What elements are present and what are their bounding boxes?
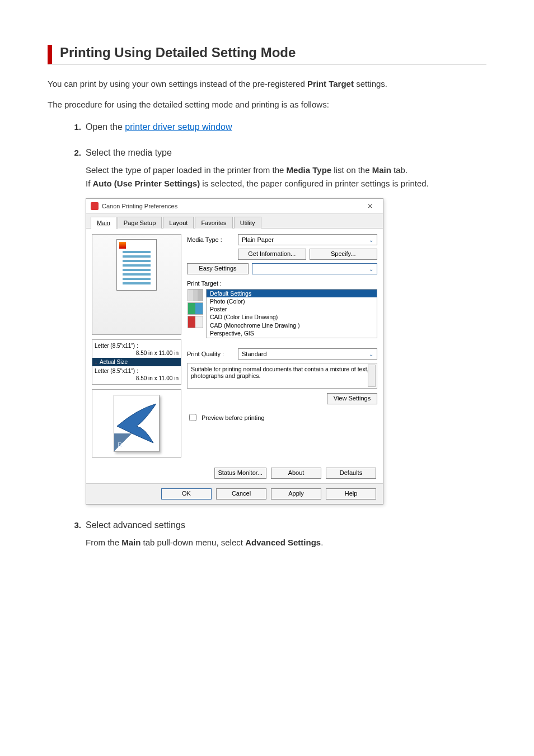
- dialog-titlebar: Canon Printing Preferences ×: [86, 199, 383, 214]
- step-title: Select advanced settings: [86, 520, 185, 530]
- ok-button[interactable]: OK: [161, 488, 212, 500]
- app-icon: [91, 202, 99, 210]
- list-item[interactable]: CAD (Color Line Drawing): [207, 313, 377, 321]
- about-button[interactable]: About: [271, 468, 321, 479]
- page-preview: [92, 234, 181, 335]
- text-bold: Media Type: [287, 165, 332, 175]
- mode-select[interactable]: ⌄: [252, 263, 377, 274]
- text: You can print by using your own settings…: [48, 79, 307, 88]
- apply-button[interactable]: Apply: [271, 488, 321, 500]
- media-type-select[interactable]: Plain Paper ⌄: [238, 234, 377, 245]
- step-number: 3.: [70, 520, 81, 530]
- text: Select the type of paper loaded in the p…: [86, 165, 287, 175]
- list-item[interactable]: CAD (Monochrome Line Drawing ): [207, 321, 377, 329]
- tab-label: Main: [97, 220, 110, 226]
- text-bold: Main: [372, 165, 391, 175]
- text-bold: Auto (Use Printer Settings): [93, 179, 200, 188]
- size-info: Letter (8.5"x11") : 8.50 in x 11.00 in ↓…: [92, 339, 181, 385]
- text: Open the: [86, 122, 125, 132]
- chevron-down-icon: ⌄: [369, 266, 373, 272]
- arrow-down-icon: ↓: [95, 358, 97, 366]
- cancel-button[interactable]: Cancel: [216, 488, 266, 500]
- select-value: Plain Paper: [242, 236, 274, 243]
- scrollbar[interactable]: [368, 365, 376, 387]
- intro-para-1: You can print by using your own settings…: [48, 78, 486, 91]
- text: tab pull-down menu, select: [140, 538, 245, 547]
- printer-driver-link[interactable]: printer driver setup window: [125, 122, 232, 132]
- text: tab.: [391, 165, 407, 175]
- text: Letter (8.5"x11") :: [95, 367, 179, 375]
- text: 8.50 in x 11.00 in: [95, 375, 179, 382]
- chevron-down-icon: ⌄: [369, 351, 373, 357]
- easy-settings-button[interactable]: Easy Settings: [187, 263, 249, 274]
- print-target-list[interactable]: Default Settings Photo (Color) Poster CA…: [206, 289, 377, 338]
- text: Suitable for printing normal documents t…: [191, 366, 369, 379]
- print-quality-label: Print Quality :: [187, 351, 235, 357]
- list-item[interactable]: Perspective, GIS: [207, 329, 377, 337]
- close-icon[interactable]: ×: [362, 202, 378, 211]
- select-value: Standard: [242, 351, 267, 357]
- chevron-down-icon: ⌄: [369, 237, 373, 243]
- list-item[interactable]: Poster: [207, 305, 377, 313]
- r-letter: R: [118, 441, 122, 448]
- text-bold: Print Target: [307, 79, 354, 88]
- media-type-label: Media Type :: [187, 236, 235, 243]
- step-2: 2. Select the media type Select the type…: [70, 148, 486, 505]
- step-number: 1.: [70, 122, 81, 132]
- text: Letter (8.5"x11") :: [95, 342, 179, 349]
- step-3: 3. Select advanced settings From the Mai…: [70, 520, 486, 549]
- get-information-button[interactable]: Get Information...: [238, 249, 306, 260]
- tab-layout[interactable]: Layout: [163, 217, 194, 228]
- step-title: Select the media type: [86, 148, 172, 158]
- view-settings-button[interactable]: View Settings: [327, 393, 377, 404]
- tab-page-setup[interactable]: Page Setup: [118, 217, 162, 228]
- text: list on the: [331, 165, 372, 175]
- list-item-selected[interactable]: Default Settings: [207, 290, 377, 297]
- text-bold: Main: [121, 538, 140, 547]
- text: From the: [86, 538, 121, 547]
- print-thumbnail: R: [92, 389, 181, 458]
- text: 8.50 in x 11.00 in: [95, 349, 179, 357]
- description-box: Suitable for printing normal documents t…: [187, 363, 377, 389]
- text: is selected, the paper configured in pri…: [200, 179, 429, 188]
- step-1: 1. Open the printer driver setup window: [70, 122, 486, 132]
- print-target-label: Print Target :: [187, 280, 377, 287]
- printing-preferences-dialog: Canon Printing Preferences × Main Page S…: [86, 198, 383, 505]
- tab-utility[interactable]: Utility: [234, 217, 261, 228]
- defaults-button[interactable]: Defaults: [326, 468, 376, 479]
- text-bold: Advanced Settings: [245, 538, 321, 547]
- dialog-title: Canon Printing Preferences: [102, 203, 362, 209]
- page-title: Printing Using Detailed Setting Mode: [60, 45, 486, 64]
- text: Actual Size: [100, 358, 128, 366]
- print-target-thumbnails: [187, 289, 204, 344]
- actual-size-row: ↓ Actual Size: [92, 358, 181, 366]
- tab-favorites[interactable]: Favorites: [195, 217, 232, 228]
- text: If: [86, 179, 93, 188]
- preview-checkbox-label: Preview before printing: [202, 414, 265, 421]
- specify-button[interactable]: Specify...: [310, 249, 378, 260]
- text: .: [321, 538, 323, 547]
- status-monitor-button[interactable]: Status Monitor...: [214, 468, 266, 479]
- step-title: Open the printer driver setup window: [86, 122, 232, 132]
- help-button[interactable]: Help: [326, 488, 376, 500]
- preview-checkbox[interactable]: [189, 414, 196, 421]
- list-item[interactable]: Photo (Color): [207, 297, 377, 305]
- intro-para-2: The procedure for using the detailed set…: [48, 99, 486, 111]
- step-number: 2.: [70, 148, 81, 157]
- print-quality-select[interactable]: Standard ⌄: [238, 348, 377, 360]
- tab-main[interactable]: Main: [91, 217, 116, 228]
- text: settings.: [354, 79, 387, 88]
